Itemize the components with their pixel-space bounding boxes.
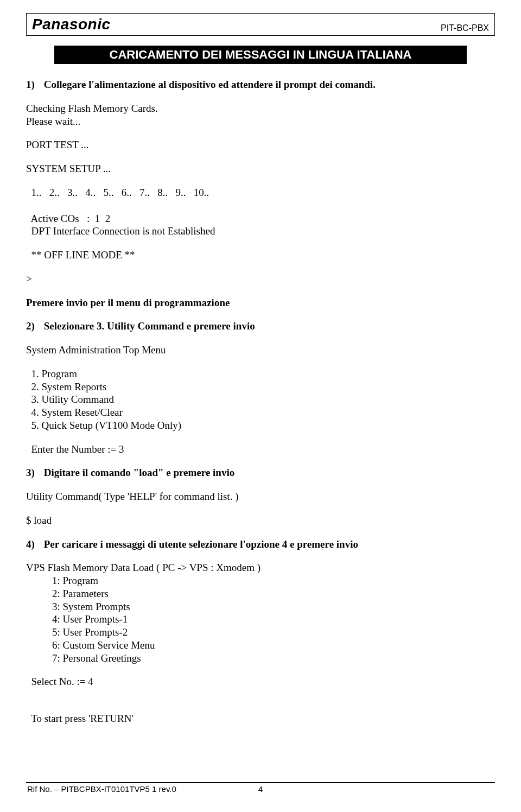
step-text: Collegare l'alimentazione al dispositivo… [44,79,376,90]
vps-option: 4: User Prompts-1 [52,613,495,626]
step-2: 2) Selezionare 3. Utility Command e prem… [26,320,495,333]
step-number: 2) [26,320,41,333]
vps-option: 1: Program [52,574,495,587]
step-3: 3) Digitare il comando "load" e premere … [26,466,495,479]
step-text: Selezionare 3. Utility Command e premere… [44,320,255,332]
footer-spacer [492,784,494,794]
step-number: 3) [26,466,41,479]
content-body: 1) Collegare l'alimentazione al disposit… [26,78,495,725]
menu-item: 1. Program [26,367,495,380]
terminal-line: PORT TEST ... [26,138,495,151]
menu-item: 5. Quick Setup (VT100 Mode Only) [26,419,495,432]
step-text: Digitare il comando "load" e premere inv… [44,467,234,478]
terminal-line: Please wait... [26,115,495,128]
vps-option: 6: Custom Service Menu [52,639,495,652]
start-return-line: To start press 'RETURN' [26,712,495,725]
step-4: 4) Per caricare i messaggi di utente sel… [26,538,495,551]
menu-item: 2. System Reports [26,380,495,394]
terminal-line: Checking Flash Memory Cards. [26,102,495,115]
instruction-press-enter: Premere invio per il menu di programmazi… [26,296,495,309]
load-command-line: $ load [26,514,495,527]
terminal-line: ** OFF LINE MODE ** [26,249,495,262]
menu-item: 4. System Reset/Clear [26,406,495,419]
footer-ref: Rif No. – PITBCPBX-IT0101TVP5 1 rev.0 [27,784,176,794]
menu-title: System Administration Top Menu [26,344,495,357]
header-box: Panasonic PIT-BC-PBX [26,13,495,36]
step-text: Per caricare i messaggi di utente selezi… [44,538,358,550]
terminal-line: Active COs : 1 2 [26,212,495,225]
section-banner: CARICAMENTO DEI MESSAGGI IN LINGUA ITALI… [54,46,467,64]
terminal-line: SYSTEM SETUP ... [26,162,495,175]
step-number: 1) [26,78,41,91]
page-number: 4 [258,784,263,794]
utility-command-line: Utility Command( Type 'HELP' for command… [26,490,495,503]
select-no-line: Select No. := 4 [26,675,495,688]
vps-option: 3: System Prompts [52,600,495,613]
page-footer: Rif No. – PITBCPBX-IT0101TVP5 1 rev.0 4 [26,782,495,794]
step-1: 1) Collegare l'alimentazione al disposit… [26,78,495,91]
enter-number-line: Enter the Number := 3 [26,443,495,456]
vps-option: 2: Parameters [52,587,495,600]
terminal-line: DPT Interface Connection is not Establis… [26,225,495,238]
vps-option: 7: Personal Greetings [52,652,495,665]
vps-option: 5: User Prompts-2 [52,626,495,639]
footer-divider [26,782,495,783]
menu-item: 3. Utility Command [26,393,495,406]
document-code: PIT-BC-PBX [441,23,489,33]
terminal-prompt: > [26,272,495,286]
brand-logo: Panasonic [32,16,111,33]
vps-title: VPS Flash Memory Data Load ( PC -> VPS :… [26,561,495,574]
terminal-line: 1.. 2.. 3.. 4.. 5.. 6.. 7.. 8.. 9.. 10.. [26,186,495,199]
step-number: 4) [26,538,41,551]
